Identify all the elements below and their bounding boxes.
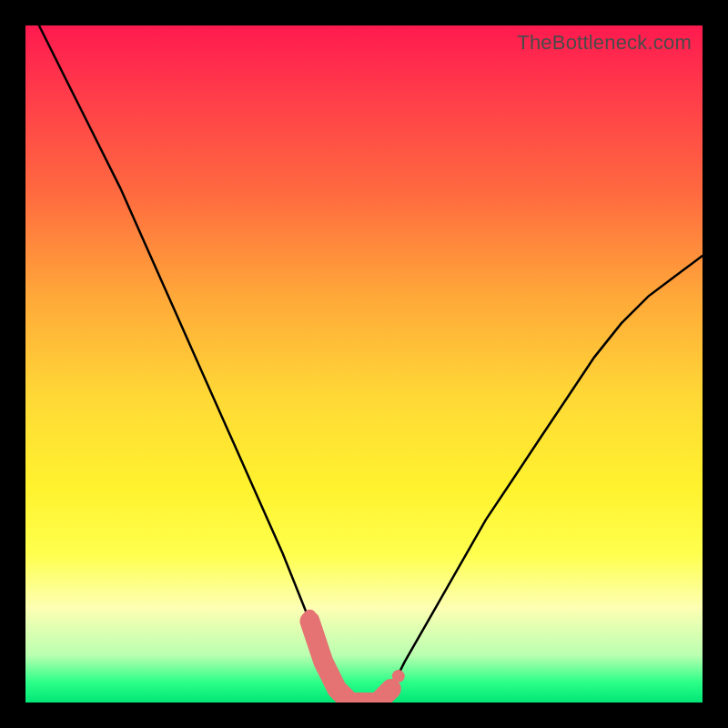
ideal-dot-left [303, 610, 316, 622]
chart-frame: TheBottleneck.com [25, 25, 703, 703]
ideal-zone-marker [310, 622, 391, 703]
watermark-text: TheBottleneck.com [517, 31, 692, 55]
bottleneck-curve-svg [25, 25, 703, 703]
curve-path [39, 25, 703, 703]
ideal-dot-right [392, 670, 405, 682]
